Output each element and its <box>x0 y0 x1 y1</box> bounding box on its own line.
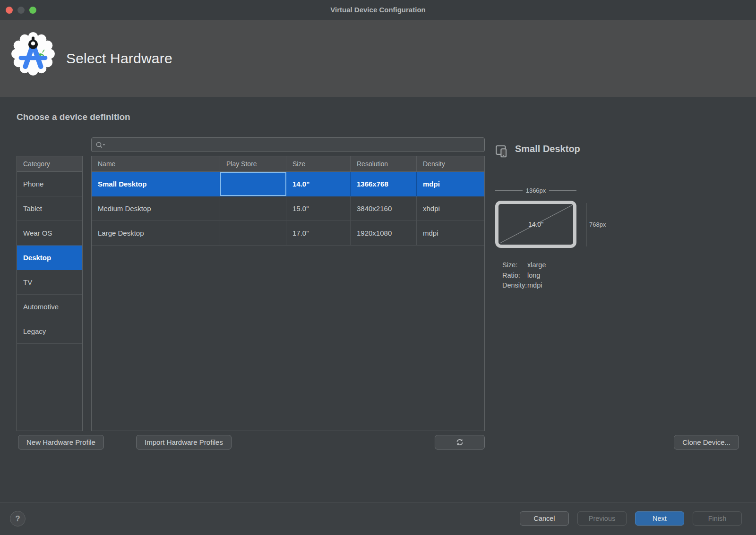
cell-density[interactable]: mdpi <box>417 221 484 245</box>
table-row-large-desktop[interactable]: Large Desktop 17.0" 1920x1080 mdpi <box>92 221 484 246</box>
dialog-footer: ? Cancel Previous Next Finish <box>0 502 756 535</box>
height-label: 768px <box>589 221 606 228</box>
device-table-header: Name Play Store Size Resolution Density <box>92 156 484 172</box>
category-panel: Category Phone Tablet Wear OS Desktop TV… <box>17 156 83 431</box>
cancel-button[interactable]: Cancel <box>520 511 569 526</box>
cell-play-store[interactable] <box>220 196 286 221</box>
refresh-icon <box>455 438 464 446</box>
width-dimension: 1366px <box>495 187 576 194</box>
window-title: Virtual Device Configuration <box>0 0 756 20</box>
category-item-automotive[interactable]: Automotive <box>17 295 82 319</box>
titlebar: Virtual Device Configuration <box>0 0 756 20</box>
device-search-box[interactable] <box>91 137 485 152</box>
section-title: Choose a device definition <box>17 112 130 122</box>
cell-name[interactable]: Large Desktop <box>92 221 220 245</box>
category-item-phone[interactable]: Phone <box>17 172 82 196</box>
import-hardware-profiles-button[interactable]: Import Hardware Profiles <box>136 435 232 450</box>
cell-size[interactable]: 17.0" <box>286 221 351 245</box>
table-row-medium-desktop[interactable]: Medium Desktop 15.0" 3840x2160 xhdpi <box>92 196 484 221</box>
help-button[interactable]: ? <box>10 511 26 527</box>
cell-play-store[interactable] <box>220 221 286 245</box>
search-input[interactable] <box>107 141 481 149</box>
dialog-actions: Cancel Previous Next Finish <box>520 511 742 526</box>
device-specs: Size:xlarge Ratio:long Density:mdpi <box>502 260 546 291</box>
close-button[interactable] <box>6 7 13 14</box>
refresh-button[interactable] <box>435 435 485 450</box>
cell-size[interactable]: 15.0" <box>286 196 351 221</box>
search-icon <box>95 141 107 149</box>
chevron-down-icon <box>103 144 105 145</box>
wizard-header: Select Hardware <box>0 20 756 97</box>
category-item-wear-os[interactable]: Wear OS <box>17 221 82 246</box>
cell-density[interactable]: mdpi <box>417 172 484 196</box>
diagonal-size-label: 14.0" <box>498 204 573 245</box>
cell-size[interactable]: 14.0" <box>286 172 351 196</box>
height-dimension-line <box>586 203 586 246</box>
column-header-play-store[interactable]: Play Store <box>220 156 286 171</box>
device-screen-diagram: 14.0" <box>495 201 576 248</box>
column-header-size[interactable]: Size <box>286 156 351 171</box>
page-title: Select Hardware <box>66 20 172 97</box>
virtual-device-configuration-dialog: Virtual Device Configuration <box>0 0 756 535</box>
device-table: Name Play Store Size Resolution Density … <box>91 156 485 431</box>
cell-resolution[interactable]: 1366x768 <box>351 172 417 196</box>
previous-button: Previous <box>577 511 627 526</box>
cell-name[interactable]: Small Desktop <box>92 172 220 196</box>
category-item-tablet[interactable]: Tablet <box>17 196 82 221</box>
clone-device-button[interactable]: Clone Device... <box>674 435 739 450</box>
spec-density: Density:mdpi <box>502 280 546 291</box>
zoom-button[interactable] <box>29 7 36 14</box>
column-header-resolution[interactable]: Resolution <box>351 156 417 171</box>
spec-size: Size:xlarge <box>502 260 546 271</box>
new-hardware-profile-button[interactable]: New Hardware Profile <box>18 435 104 450</box>
column-header-name[interactable]: Name <box>92 156 220 171</box>
category-header: Category <box>17 156 82 172</box>
cell-resolution[interactable]: 1920x1080 <box>351 221 417 245</box>
category-item-desktop[interactable]: Desktop <box>17 246 82 270</box>
table-row-small-desktop[interactable]: Small Desktop 14.0" 1366x768 mdpi <box>92 172 484 196</box>
detail-divider <box>491 166 725 166</box>
finish-button: Finish <box>693 511 742 526</box>
cell-density[interactable]: xhdpi <box>417 196 484 221</box>
cell-name[interactable]: Medium Desktop <box>92 196 220 221</box>
category-item-legacy[interactable]: Legacy <box>17 319 82 344</box>
cell-play-store[interactable] <box>220 172 286 196</box>
column-header-density[interactable]: Density <box>417 156 484 171</box>
next-button[interactable]: Next <box>635 511 684 526</box>
minimize-button <box>17 7 25 14</box>
cell-resolution[interactable]: 3840x2160 <box>351 196 417 221</box>
detail-device-title: Small Desktop <box>515 144 580 154</box>
width-label: 1366px <box>526 187 546 194</box>
category-item-tv[interactable]: TV <box>17 270 82 295</box>
spec-ratio: Ratio:long <box>502 271 546 281</box>
traffic-lights <box>6 7 36 14</box>
android-studio-logo-icon <box>11 32 55 76</box>
devices-icon <box>494 144 509 159</box>
